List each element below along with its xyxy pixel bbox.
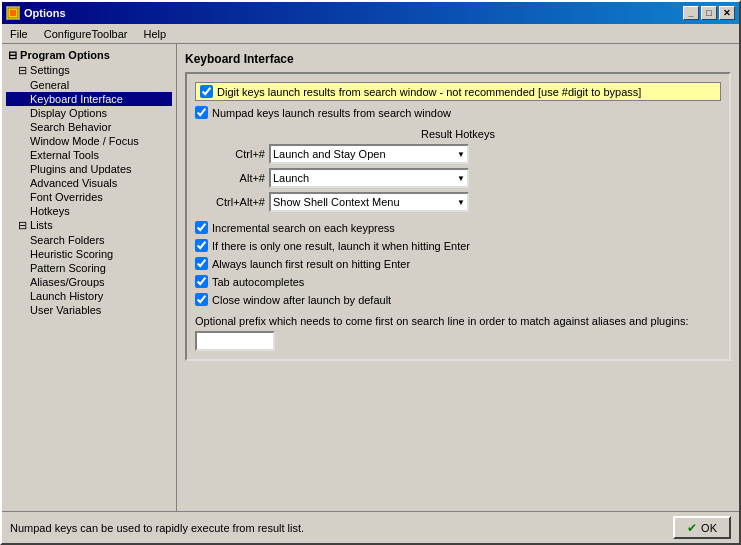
sidebar-item-display-options[interactable]: Display Options (6, 106, 172, 120)
prefix-input[interactable] (195, 331, 275, 351)
ok-label: OK (701, 522, 717, 534)
sidebar-item-plugins-updates[interactable]: Plugins and Updates (6, 162, 172, 176)
menu-file[interactable]: File (6, 26, 32, 42)
digit-keys-checkbox[interactable] (200, 85, 213, 98)
ok-check-icon: ✔ (687, 521, 697, 535)
close-window-checkbox[interactable] (195, 293, 208, 306)
close-window-row: Close window after launch by default (195, 292, 721, 307)
ok-button[interactable]: ✔ OK (673, 516, 731, 539)
minimize-button[interactable]: _ (683, 6, 699, 20)
status-text: Numpad keys can be used to rapidly execu… (10, 522, 304, 534)
sidebar-item-pattern-scoring[interactable]: Pattern Scoring (6, 261, 172, 275)
sidebar-item-window-mode[interactable]: Window Mode / Focus (6, 134, 172, 148)
title-bar-left: Options (6, 6, 66, 20)
sidebar-item-launch-history[interactable]: Launch History (6, 289, 172, 303)
close-button[interactable]: ✕ (719, 6, 735, 20)
sidebar-item-hotkeys[interactable]: Hotkeys (6, 204, 172, 218)
result-hotkeys-title: Result Hotkeys (195, 128, 721, 140)
highlighted-checkbox-row: Digit keys launch results from search wi… (195, 82, 721, 101)
maximize-button[interactable]: □ (701, 6, 717, 20)
menu-configure-toolbar[interactable]: ConfigureToolbar (40, 26, 132, 42)
prefix-label: Optional prefix which needs to come firs… (195, 315, 721, 327)
bottom-bar: Numpad keys can be used to rapidly execu… (2, 511, 739, 543)
sidebar: ⊟ Program Options⊟ SettingsGeneralKeyboa… (2, 44, 177, 511)
hotkey-row-ctrl-alt: Ctrl+Alt+# Launch and Stay Open Launch S… (195, 192, 721, 212)
right-panel: Keyboard Interface Digit keys launch res… (177, 44, 739, 511)
numpad-checkbox[interactable] (195, 106, 208, 119)
incremental-search-checkbox[interactable] (195, 221, 208, 234)
sidebar-item-external-tools[interactable]: External Tools (6, 148, 172, 162)
numpad-checkbox-row: Numpad keys launch results from search w… (195, 105, 721, 120)
one-result-row: If there is only one result, launch it w… (195, 238, 721, 253)
menu-help[interactable]: Help (140, 26, 171, 42)
sidebar-item-settings[interactable]: ⊟ Settings (6, 63, 172, 78)
menu-bar: File ConfigureToolbar Help (2, 24, 739, 44)
window-title: Options (24, 7, 66, 19)
keyboard-group: Digit keys launch results from search wi… (185, 72, 731, 361)
hotkey-select-ctrl-alt[interactable]: Launch and Stay Open Launch Show Shell C… (269, 192, 469, 212)
sidebar-item-search-behavior[interactable]: Search Behavior (6, 120, 172, 134)
title-bar: Options _ □ ✕ (2, 2, 739, 24)
digit-keys-label: Digit keys launch results from search wi… (217, 86, 641, 98)
sidebar-item-keyboard-interface[interactable]: Keyboard Interface (6, 92, 172, 106)
hotkey-row-alt: Alt+# Launch and Stay Open Launch Show S… (195, 168, 721, 188)
first-result-label: Always launch first result on hitting En… (212, 258, 410, 270)
sidebar-item-user-variables[interactable]: User Variables (6, 303, 172, 317)
close-window-label: Close window after launch by default (212, 294, 391, 306)
sidebar-item-program-options[interactable]: ⊟ Program Options (6, 48, 172, 63)
one-result-checkbox[interactable] (195, 239, 208, 252)
incremental-search-row: Incremental search on each keypress (195, 220, 721, 235)
hotkey-select-wrapper-alt: Launch and Stay Open Launch Show Shell C… (269, 168, 469, 188)
hotkey-select-wrapper-ctrl: Launch and Stay Open Launch Show Shell C… (269, 144, 469, 164)
sidebar-item-heuristic-scoring[interactable]: Heuristic Scoring (6, 247, 172, 261)
tree-root: ⊟ Program Options⊟ SettingsGeneralKeyboa… (6, 48, 172, 317)
title-buttons: _ □ ✕ (683, 6, 735, 20)
panel-title: Keyboard Interface (185, 52, 731, 66)
main-content: ⊟ Program Options⊟ SettingsGeneralKeyboa… (2, 44, 739, 511)
numpad-label: Numpad keys launch results from search w… (212, 107, 451, 119)
hotkey-label-ctrl-alt: Ctrl+Alt+# (195, 196, 265, 208)
tab-autocomplete-row: Tab autocompletes (195, 274, 721, 289)
tab-autocomplete-checkbox[interactable] (195, 275, 208, 288)
sidebar-item-lists[interactable]: ⊟ Lists (6, 218, 172, 233)
sidebar-item-search-folders[interactable]: Search Folders (6, 233, 172, 247)
window-icon (6, 6, 20, 20)
one-result-label: If there is only one result, launch it w… (212, 240, 470, 252)
hotkey-label-ctrl: Ctrl+# (195, 148, 265, 160)
incremental-search-label: Incremental search on each keypress (212, 222, 395, 234)
svg-rect-1 (10, 10, 16, 16)
sidebar-item-general[interactable]: General (6, 78, 172, 92)
first-result-checkbox[interactable] (195, 257, 208, 270)
hotkey-label-alt: Alt+# (195, 172, 265, 184)
hotkey-row-ctrl: Ctrl+# Launch and Stay Open Launch Show … (195, 144, 721, 164)
hotkey-select-alt[interactable]: Launch and Stay Open Launch Show Shell C… (269, 168, 469, 188)
hotkey-select-ctrl[interactable]: Launch and Stay Open Launch Show Shell C… (269, 144, 469, 164)
sidebar-item-aliases-groups[interactable]: Aliases/Groups (6, 275, 172, 289)
sidebar-item-advanced-visuals[interactable]: Advanced Visuals (6, 176, 172, 190)
tab-autocomplete-label: Tab autocompletes (212, 276, 304, 288)
options-window: Options _ □ ✕ File ConfigureToolbar Help… (0, 0, 741, 545)
hotkey-select-wrapper-ctrl-alt: Launch and Stay Open Launch Show Shell C… (269, 192, 469, 212)
sidebar-item-font-overrides[interactable]: Font Overrides (6, 190, 172, 204)
first-result-row: Always launch first result on hitting En… (195, 256, 721, 271)
